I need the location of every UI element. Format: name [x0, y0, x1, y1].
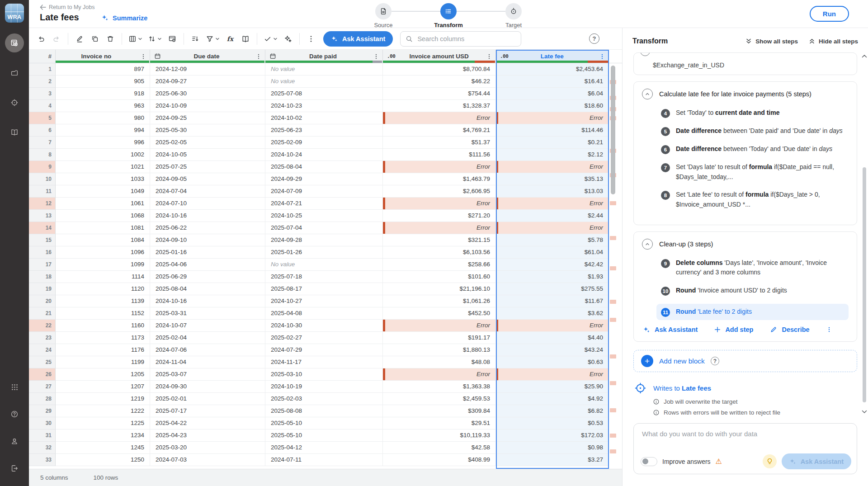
add-new-block-button[interactable]: + Add new block ? [633, 350, 857, 372]
cell-invoice-no[interactable]: 1021 [56, 161, 150, 173]
describe-button[interactable]: Describe [769, 326, 809, 334]
cell-due-date[interactable]: 2024-09-27 [150, 75, 265, 88]
cell-invoice-amount[interactable]: $1,463.79 [383, 173, 496, 185]
column-menu-icon[interactable] [599, 53, 605, 60]
cell-invoice-amount[interactable]: $2,459.53 [383, 393, 496, 405]
cell-invoice-no[interactable]: 918 [56, 88, 150, 100]
cell-invoice-amount[interactable]: $1,328.37 [383, 100, 496, 112]
row-number[interactable]: 11 [29, 185, 56, 198]
cell-date-paid[interactable]: 2025-02-03 [265, 393, 383, 405]
cell-due-date[interactable]: 2024-07-10 [150, 198, 265, 210]
row-number[interactable]: 25 [29, 356, 56, 368]
app-logo[interactable]: WRA [5, 4, 24, 23]
cell-invoice-amount[interactable]: $42.58 [383, 442, 496, 454]
toolbar-row-sort-icon[interactable] [189, 32, 202, 46]
row-number[interactable]: 20 [29, 295, 56, 307]
block-ask-assistant-button[interactable]: Ask Assistant [643, 326, 698, 334]
column-menu-icon[interactable] [140, 53, 146, 60]
cell-date-paid[interactable]: 2024-10-02 [265, 112, 383, 124]
cell-date-paid[interactable]: 2025-08-08 [265, 405, 383, 417]
toolbar-recipe-icon[interactable] [239, 32, 252, 46]
cell-due-date[interactable]: 2025-04-23 [150, 429, 265, 442]
chat-input[interactable] [641, 429, 849, 450]
cell-invoice-amount[interactable]: $46.22 [383, 75, 496, 88]
column-menu-icon[interactable] [373, 53, 379, 60]
block-more-button[interactable] [826, 326, 832, 333]
row-number[interactable]: 30 [29, 417, 56, 429]
cell-late-fee[interactable]: $2.12 [496, 149, 609, 161]
cell-due-date[interactable]: 2025-02-05 [150, 137, 265, 149]
cell-invoice-amount[interactable]: Error [383, 320, 496, 332]
cell-invoice-no[interactable]: 980 [56, 112, 150, 124]
sidebar-item-account-icon[interactable] [5, 432, 24, 451]
cell-date-paid[interactable]: 2025-05-10 [265, 429, 383, 442]
cell-due-date[interactable]: 2024-07-03 [150, 454, 265, 466]
row-number[interactable]: 1 [29, 63, 56, 75]
row-number[interactable]: 31 [29, 429, 56, 442]
toolbar-formula-icon[interactable]: fx [224, 32, 236, 46]
cell-invoice-no[interactable]: 1114 [56, 271, 150, 283]
help-button[interactable]: ? [589, 33, 599, 44]
toolbar-sort-icon[interactable] [146, 32, 163, 46]
transform-step[interactable]: 7Set 'Days late' to result of formula if… [661, 162, 849, 182]
cell-invoice-amount[interactable]: Error [383, 222, 496, 234]
cell-late-fee[interactable]: Error [496, 222, 609, 234]
cell-invoice-amount[interactable]: $51.37 [383, 137, 496, 149]
cell-invoice-no[interactable]: 1049 [56, 185, 150, 198]
step-source[interactable]: Source [375, 3, 392, 19]
cell-invoice-no[interactable]: 1225 [56, 417, 150, 429]
cell-due-date[interactable]: 2024-07-06 [150, 344, 265, 356]
column-menu-icon[interactable] [255, 53, 262, 60]
cell-date-paid[interactable]: 2025-08-17 [265, 283, 383, 295]
cell-date-paid[interactable]: 2024-10-23 [265, 100, 383, 112]
cell-invoice-no[interactable]: 1234 [56, 429, 150, 442]
cell-due-date[interactable]: 2025-07-25 [150, 161, 265, 173]
cell-invoice-no[interactable]: 1199 [56, 356, 150, 368]
cell-due-date[interactable]: 2025-06-30 [150, 88, 265, 100]
cell-late-fee[interactable]: $2.44 [496, 210, 609, 222]
help-icon[interactable]: ? [711, 357, 719, 365]
cell-date-paid[interactable]: 2024-10-27 [265, 295, 383, 307]
cell-due-date[interactable]: 2024-10-05 [150, 149, 265, 161]
toolbar-edit-icon[interactable] [73, 32, 86, 46]
transform-step[interactable]: 5Date difference between 'Date paid' and… [661, 126, 849, 136]
cell-due-date[interactable]: 2024-10-16 [150, 210, 265, 222]
cell-invoice-amount[interactable]: $111.56 [383, 149, 496, 161]
row-number[interactable]: 4 [29, 100, 56, 112]
sidebar-item-help-icon[interactable] [5, 405, 24, 424]
cell-invoice-amount[interactable]: $8,700.84 [383, 63, 496, 75]
cell-due-date[interactable]: 2025-03-07 [150, 368, 265, 381]
ask-assistant-button-disabled[interactable]: Ask Assistant [782, 453, 851, 469]
row-number[interactable]: 21 [29, 307, 56, 320]
row-number[interactable]: 13 [29, 210, 56, 222]
cell-invoice-no[interactable]: 1245 [56, 442, 150, 454]
cell-invoice-amount[interactable]: $10,119.33 [383, 429, 496, 442]
cell-invoice-no[interactable]: 1219 [56, 393, 150, 405]
writes-to-label[interactable]: Writes to Late fees [653, 384, 711, 392]
cell-date-paid[interactable]: 2025-05-10 [265, 417, 383, 429]
toolbar-more-icon[interactable] [305, 32, 317, 46]
cell-late-fee[interactable]: $61.04 [496, 246, 609, 259]
collapse-block-button[interactable] [642, 89, 653, 99]
cell-invoice-no[interactable]: 1160 [56, 320, 150, 332]
row-number[interactable]: 24 [29, 344, 56, 356]
toolbar-filter-icon[interactable] [204, 32, 221, 46]
column-header-invoice-amount-usd[interactable]: .00Invoice amount USD [383, 50, 496, 63]
transform-step[interactable]: 9Delete columns 'Days late', 'Invoice am… [661, 258, 849, 278]
cell-late-fee[interactable]: $3.62 [496, 307, 609, 320]
step-transform[interactable]: Transform [440, 3, 457, 19]
cell-late-fee[interactable]: $114.46 [496, 124, 609, 137]
cell-due-date[interactable]: 2025-05-30 [150, 124, 265, 137]
cell-due-date[interactable]: 2025-02-01 [150, 393, 265, 405]
cell-late-fee[interactable]: Error [496, 112, 609, 124]
cell-late-fee[interactable]: $25.90 [496, 381, 609, 393]
cell-date-paid[interactable]: 2024-10-30 [265, 320, 383, 332]
cell-late-fee[interactable]: $2,453.64 [496, 63, 609, 75]
ask-assistant-button[interactable]: Ask Assistant [323, 31, 393, 47]
cell-invoice-amount[interactable]: $1,061.26 [383, 295, 496, 307]
cell-date-paid[interactable]: 2024-11-17 [265, 356, 383, 368]
cell-late-fee[interactable]: $6.04 [496, 88, 609, 100]
cell-invoice-no[interactable]: 905 [56, 75, 150, 88]
hide-all-steps-button[interactable]: Hide all steps [809, 38, 858, 45]
row-number[interactable]: 32 [29, 442, 56, 454]
